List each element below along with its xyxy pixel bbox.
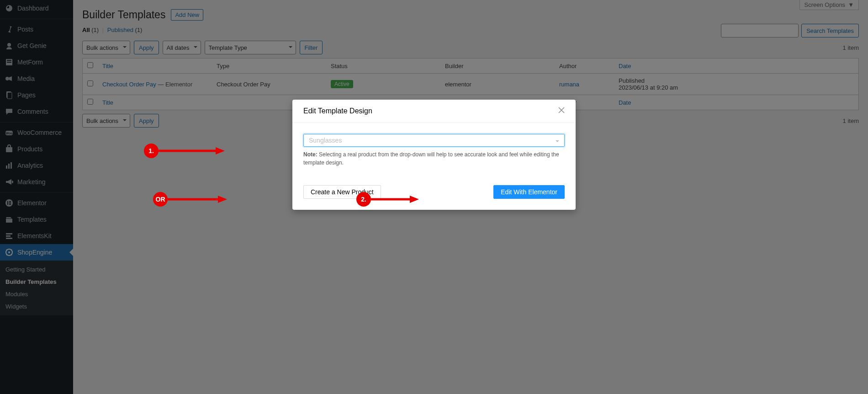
edit-template-modal: Edit Template Design Sunglasses Note: Se… — [292, 100, 576, 146]
modal-title: Edit Template Design — [303, 107, 372, 115]
close-icon — [558, 107, 565, 113]
product-select[interactable]: Sunglasses — [303, 134, 565, 146]
modal-body: Sunglasses Note: Selecting a real produc… — [292, 123, 576, 146]
modal-close-button[interactable] — [558, 107, 565, 115]
product-select-placeholder: Sunglasses — [309, 137, 342, 144]
modal-header: Edit Template Design — [292, 100, 576, 123]
